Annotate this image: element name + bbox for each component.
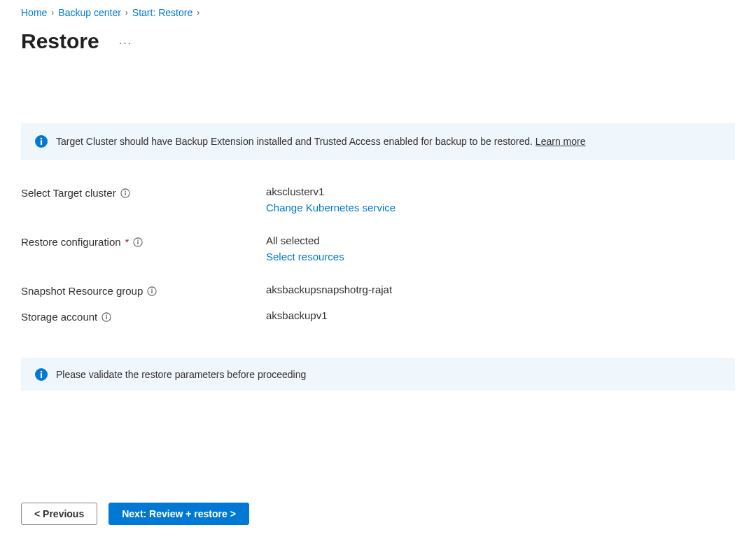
info-banner-text: Target Cluster should have Backup Extens…	[56, 136, 536, 147]
chevron-right-icon: ›	[51, 8, 54, 18]
info-icon	[35, 368, 48, 381]
svg-rect-17	[41, 371, 42, 372]
validate-banner-text: Please validate the restore parameters b…	[56, 369, 306, 380]
next-review-restore-button[interactable]: Next: Review + restore >	[108, 503, 249, 525]
svg-rect-11	[152, 288, 153, 289]
svg-rect-8	[138, 239, 139, 240]
info-banner-target-cluster: Target Cluster should have Backup Extens…	[21, 123, 735, 160]
svg-rect-5	[125, 190, 125, 191]
info-icon	[35, 135, 48, 148]
svg-rect-14	[106, 314, 107, 315]
more-actions-button[interactable]: ···	[119, 33, 132, 50]
restore-config-value: All selected	[266, 234, 344, 246]
svg-rect-7	[138, 241, 139, 244]
restore-config-label: Restore configuration	[21, 236, 121, 248]
breadcrumb: Home › Backup center › Start: Restore ›	[0, 7, 756, 25]
svg-rect-16	[41, 373, 42, 378]
target-cluster-label: Select Target cluster	[21, 187, 116, 199]
help-icon[interactable]	[133, 237, 143, 247]
snapshot-rg-value: aksbackupsnapshotrg-rajat	[266, 284, 392, 295]
help-icon[interactable]	[102, 312, 111, 322]
svg-rect-13	[106, 316, 107, 318]
svg-rect-2	[41, 138, 42, 139]
svg-rect-1	[41, 140, 42, 145]
breadcrumb-home[interactable]: Home	[21, 7, 47, 18]
help-icon[interactable]	[147, 286, 157, 296]
info-banner-validate: Please validate the restore parameters b…	[21, 358, 735, 391]
help-icon[interactable]	[120, 188, 130, 198]
target-cluster-value: aksclusterv1	[266, 186, 396, 197]
chevron-right-icon: ›	[197, 8, 200, 18]
page-title: Restore	[21, 29, 99, 53]
required-asterisk: *	[125, 236, 130, 248]
breadcrumb-backup-center[interactable]: Backup center	[58, 7, 121, 18]
select-resources-link[interactable]: Select resources	[266, 251, 344, 262]
svg-rect-4	[125, 192, 125, 195]
storage-account-value: aksbackupv1	[266, 309, 328, 321]
change-kubernetes-service-link[interactable]: Change Kubernetes service	[266, 202, 396, 214]
snapshot-rg-label: Snapshot Resource group	[21, 285, 143, 297]
learn-more-link[interactable]: Learn more	[536, 136, 586, 147]
svg-rect-10	[152, 290, 153, 293]
storage-account-label: Storage account	[21, 311, 97, 323]
breadcrumb-start-restore[interactable]: Start: Restore	[132, 7, 192, 18]
chevron-right-icon: ›	[125, 8, 128, 18]
previous-button[interactable]: < Previous	[21, 503, 97, 525]
